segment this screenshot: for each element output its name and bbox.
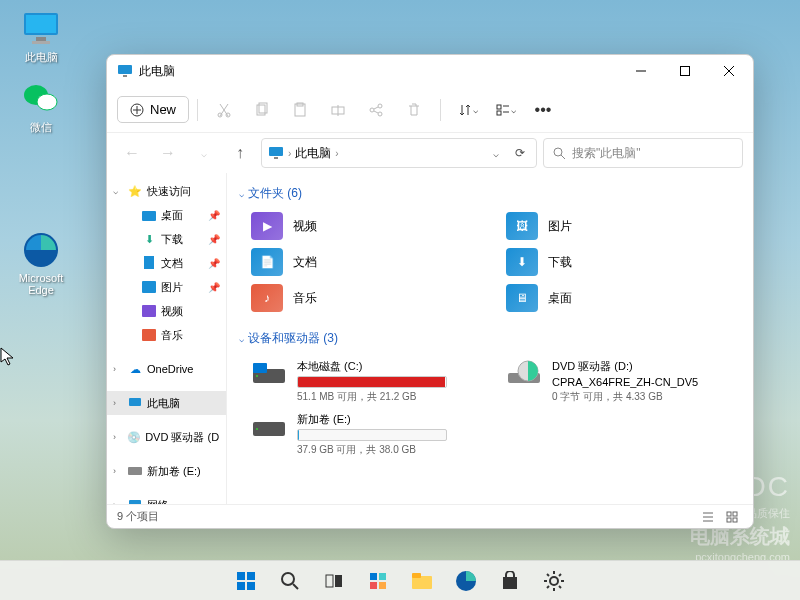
sidebar-item-documents[interactable]: 文档📌 bbox=[121, 251, 226, 275]
svg-rect-68 bbox=[379, 573, 386, 580]
widgets-button[interactable] bbox=[359, 562, 397, 600]
svg-rect-70 bbox=[379, 582, 386, 589]
sort-button[interactable]: ⌵ bbox=[449, 93, 485, 127]
search-icon bbox=[280, 571, 300, 591]
folder-icon: 📄 bbox=[251, 248, 283, 276]
folder-item[interactable]: ⬇下载 bbox=[506, 246, 741, 278]
dropdown-button[interactable]: ⌵ bbox=[486, 138, 506, 168]
start-button[interactable] bbox=[227, 562, 265, 600]
paste-button[interactable] bbox=[282, 93, 318, 127]
svg-rect-58 bbox=[733, 518, 737, 522]
windows-icon bbox=[236, 571, 256, 591]
explorer-button[interactable] bbox=[403, 562, 441, 600]
close-button[interactable] bbox=[707, 56, 751, 86]
sidebar-label: 图片 bbox=[161, 280, 183, 295]
titlebar[interactable]: 此电脑 bbox=[107, 55, 753, 87]
sidebar-label: 视频 bbox=[161, 304, 183, 319]
sidebar-network[interactable]: ›网络 bbox=[107, 493, 226, 504]
desktop-icon-label: Microsoft Edge bbox=[8, 272, 74, 296]
folder-item[interactable]: 📄文档 bbox=[251, 246, 486, 278]
drive-sublabel: CPRA_X64FRE_ZH-CN_DV5 bbox=[552, 376, 698, 388]
folder-item[interactable]: ♪音乐 bbox=[251, 282, 486, 314]
drive-dvd[interactable]: DVD 驱动器 (D:) CPRA_X64FRE_ZH-CN_DV5 0 字节 … bbox=[506, 355, 741, 408]
svg-rect-59 bbox=[237, 572, 245, 580]
settings-button[interactable] bbox=[535, 562, 573, 600]
new-button-label: New bbox=[150, 102, 176, 117]
address-bar[interactable]: › 此电脑 › ⌵ ⟳ bbox=[261, 138, 537, 168]
view-details-button[interactable] bbox=[697, 507, 719, 527]
back-button[interactable]: ← bbox=[117, 138, 147, 168]
folder-label: 桌面 bbox=[548, 290, 572, 307]
sidebar-label: OneDrive bbox=[147, 363, 193, 375]
folder-icon bbox=[141, 207, 157, 223]
folder-item[interactable]: ▶视频 bbox=[251, 210, 486, 242]
drive-sub: 51.1 MB 可用，共 21.2 GB bbox=[297, 390, 447, 404]
desktop-icon-label: 微信 bbox=[30, 120, 52, 135]
sidebar-item-videos[interactable]: 视频 bbox=[121, 299, 226, 323]
section-devices[interactable]: ⌵设备和驱动器 (3) bbox=[239, 324, 741, 353]
capacity-bar bbox=[297, 429, 447, 441]
up-button[interactable]: ↑ bbox=[225, 138, 255, 168]
view-icons-button[interactable] bbox=[721, 507, 743, 527]
folder-item[interactable]: 🖥桌面 bbox=[506, 282, 741, 314]
recent-button[interactable]: ⌵ bbox=[189, 138, 219, 168]
refresh-button[interactable]: ⟳ bbox=[510, 138, 530, 168]
copy-button[interactable] bbox=[244, 93, 280, 127]
svg-point-47 bbox=[256, 375, 258, 377]
share-button[interactable] bbox=[358, 93, 394, 127]
drive-c[interactable]: 本地磁盘 (C:) 51.1 MB 可用，共 21.2 GB bbox=[251, 355, 486, 408]
star-icon: ⭐ bbox=[127, 183, 143, 199]
sidebar-label: 此电脑 bbox=[147, 396, 180, 411]
rename-button[interactable] bbox=[320, 93, 356, 127]
sidebar-quick-access[interactable]: ⌵⭐快速访问 bbox=[107, 179, 226, 203]
file-explorer-window: 此电脑 New ⌵ ⌵ ••• ← → ⌵ ↑ › 此电脑 › ⌵ bbox=[106, 54, 754, 529]
sidebar-onedrive[interactable]: ›☁OneDrive bbox=[107, 357, 226, 381]
monitor-icon bbox=[117, 63, 133, 79]
svg-line-28 bbox=[374, 111, 378, 113]
svg-rect-2 bbox=[36, 37, 46, 41]
drive-icon bbox=[127, 463, 143, 479]
svg-rect-10 bbox=[681, 67, 690, 76]
sidebar-item-downloads[interactable]: ⬇下载📌 bbox=[121, 227, 226, 251]
task-view-button[interactable] bbox=[315, 562, 353, 600]
folder-icon: 🖼 bbox=[506, 212, 538, 240]
svg-rect-34 bbox=[274, 157, 278, 159]
svg-rect-67 bbox=[370, 573, 377, 580]
drive-e[interactable]: 新加卷 (E:) 37.9 GB 可用，共 38.0 GB bbox=[251, 408, 741, 461]
view-button[interactable]: ⌵ bbox=[487, 93, 523, 127]
sidebar-item-desktop[interactable]: 桌面📌 bbox=[121, 203, 226, 227]
minimize-button[interactable] bbox=[619, 56, 663, 86]
section-folders[interactable]: ⌵文件夹 (6) bbox=[239, 179, 741, 208]
cut-button[interactable] bbox=[206, 93, 242, 127]
sidebar-item-music[interactable]: 音乐 bbox=[121, 323, 226, 347]
search-input[interactable]: 搜索"此电脑" bbox=[543, 138, 743, 168]
sidebar-volume-e[interactable]: ›新加卷 (E:) bbox=[107, 459, 226, 483]
drive-sub: 37.9 GB 可用，共 38.0 GB bbox=[297, 443, 447, 457]
store-button[interactable] bbox=[491, 562, 529, 600]
sidebar-this-pc[interactable]: ›此电脑 bbox=[107, 391, 226, 415]
sidebar-item-pictures[interactable]: 图片📌 bbox=[121, 275, 226, 299]
new-button[interactable]: New bbox=[117, 96, 189, 123]
pin-icon: 📌 bbox=[208, 282, 220, 293]
sidebar-dvd[interactable]: ›💿DVD 驱动器 (D:) bbox=[107, 425, 226, 449]
breadcrumb-item[interactable]: 此电脑 bbox=[295, 145, 331, 162]
delete-button[interactable] bbox=[396, 93, 432, 127]
svg-rect-61 bbox=[237, 582, 245, 590]
svg-rect-46 bbox=[253, 363, 267, 373]
desktop-icon-this-pc[interactable]: 此电脑 bbox=[8, 8, 74, 65]
search-button[interactable] bbox=[271, 562, 309, 600]
navbar: ← → ⌵ ↑ › 此电脑 › ⌵ ⟳ 搜索"此电脑" bbox=[107, 133, 753, 173]
more-button[interactable]: ••• bbox=[525, 93, 561, 127]
edge-button[interactable] bbox=[447, 562, 485, 600]
svg-point-25 bbox=[378, 104, 382, 108]
folder-item[interactable]: 🖼图片 bbox=[506, 210, 741, 242]
widgets-icon bbox=[368, 571, 388, 591]
plus-circle-icon bbox=[130, 103, 144, 117]
desktop-icon-edge[interactable]: Microsoft Edge bbox=[8, 230, 74, 296]
maximize-button[interactable] bbox=[663, 56, 707, 86]
sidebar-label: 桌面 bbox=[161, 208, 183, 223]
svg-line-82 bbox=[559, 574, 561, 576]
svg-line-36 bbox=[561, 155, 565, 159]
forward-button[interactable]: → bbox=[153, 138, 183, 168]
desktop-icon-wechat[interactable]: 微信 bbox=[8, 78, 74, 135]
